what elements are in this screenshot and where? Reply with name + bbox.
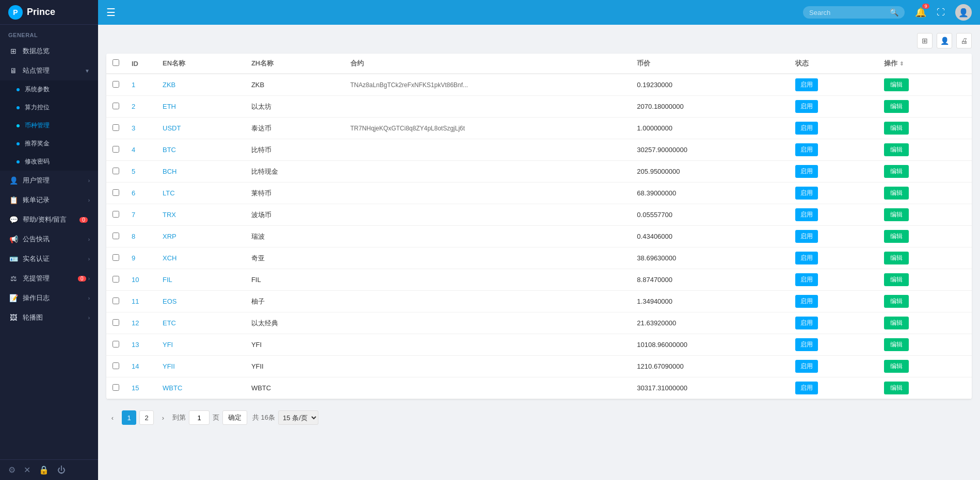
- row-checkbox[interactable]: [113, 233, 119, 239]
- status-button[interactable]: 启用: [795, 338, 818, 351]
- status-button[interactable]: 启用: [795, 122, 818, 135]
- help-badge: 0: [79, 217, 88, 223]
- sidebar-item-help-messages[interactable]: 💬 帮助/资料/留言 0: [0, 210, 98, 229]
- sidebar-item-change-password[interactable]: 修改密码: [0, 153, 98, 171]
- status-button[interactable]: 启用: [795, 252, 818, 264]
- tools-icon[interactable]: ✕: [24, 465, 30, 475]
- row-checkbox[interactable]: [113, 297, 119, 304]
- next-page-button[interactable]: ›: [157, 410, 169, 425]
- edit-button[interactable]: 编辑: [884, 295, 909, 308]
- status-button[interactable]: 启用: [795, 382, 818, 394]
- edit-button[interactable]: 编辑: [884, 187, 909, 200]
- table-row: 15 WBTC WBTC 30317.31000000 启用 编辑: [106, 377, 972, 399]
- row-status: 启用: [789, 96, 878, 118]
- sidebar: P Prince GENERAL ⊞ 数据总览 🖥 站点管理 ▼ 系统参数 算力…: [0, 0, 98, 480]
- sidebar-item-site-manage[interactable]: 🖥 站点管理 ▼: [0, 61, 98, 80]
- edit-button[interactable]: 编辑: [884, 165, 909, 178]
- sidebar-item-order-records[interactable]: 📋 账单记录 ›: [0, 190, 98, 210]
- status-button[interactable]: 启用: [795, 143, 818, 156]
- notification-button[interactable]: 🔔 9: [915, 7, 926, 18]
- sidebar-item-recharge[interactable]: ⚖ 充提管理 0 ›: [0, 269, 98, 288]
- row-checkbox[interactable]: [113, 319, 119, 326]
- user-view-button[interactable]: 👤: [937, 33, 952, 48]
- select-all-checkbox[interactable]: [113, 59, 119, 66]
- sidebar-item-dashboard[interactable]: ⊞ 数据总览: [0, 41, 98, 61]
- edit-button[interactable]: 编辑: [884, 382, 909, 394]
- topbar: ☰ 🔍 🔔 9 ⛶ 👤: [98, 0, 980, 25]
- table-row: 1 ZKB ZKB TNAz8aLnBgTCk2reFxNFKS1pkVt86B…: [106, 74, 972, 96]
- edit-button[interactable]: 编辑: [884, 100, 909, 113]
- chevron-right-icon: ›: [88, 276, 90, 282]
- row-checkbox[interactable]: [113, 189, 119, 196]
- fullscreen-button[interactable]: ⛶: [937, 8, 945, 17]
- row-checkbox[interactable]: [113, 384, 119, 391]
- edit-button[interactable]: 编辑: [884, 122, 909, 135]
- page-1-button[interactable]: 1: [122, 410, 136, 425]
- search-input[interactable]: [809, 9, 887, 16]
- row-en-name: EOS: [156, 291, 245, 312]
- status-button[interactable]: 启用: [795, 165, 818, 178]
- status-button[interactable]: 启用: [795, 187, 818, 200]
- row-zh-name: 柚子: [245, 291, 344, 312]
- row-checkbox[interactable]: [113, 168, 119, 174]
- sidebar-item-referral-bonus[interactable]: 推荐奖金: [0, 135, 98, 153]
- row-id: 8: [125, 226, 156, 247]
- row-checkbox[interactable]: [113, 146, 119, 153]
- table-row: 8 XRP 瑞波 0.43406000 启用 编辑: [106, 226, 972, 247]
- status-button[interactable]: 启用: [795, 295, 818, 308]
- lock-icon[interactable]: 🔒: [39, 465, 49, 475]
- edit-button[interactable]: 编辑: [884, 252, 909, 264]
- sidebar-item-mining-limit[interactable]: 算力控位: [0, 98, 98, 117]
- status-button[interactable]: 启用: [795, 100, 818, 113]
- print-button[interactable]: 🖨: [956, 33, 972, 48]
- row-checkbox[interactable]: [113, 276, 119, 283]
- sidebar-item-currency-manage[interactable]: 币种管理: [0, 117, 98, 135]
- edit-button[interactable]: 编辑: [884, 78, 909, 91]
- settings-icon[interactable]: ⚙: [8, 465, 15, 475]
- edit-button[interactable]: 编辑: [884, 230, 909, 243]
- status-button[interactable]: 启用: [795, 360, 818, 373]
- row-checkbox[interactable]: [113, 124, 119, 131]
- grid-view-button[interactable]: ⊞: [917, 33, 933, 48]
- row-contract: [344, 291, 631, 312]
- power-icon[interactable]: ⏻: [57, 466, 66, 475]
- user-avatar[interactable]: 👤: [955, 4, 972, 21]
- sidebar-item-user-manage[interactable]: 👤 用户管理 ›: [0, 171, 98, 190]
- sidebar-item-real-name[interactable]: 🪪 实名认证 ›: [0, 249, 98, 269]
- sidebar-item-carousel[interactable]: 🖼 轮播图 ›: [0, 308, 98, 327]
- row-zh-name: 波场币: [245, 204, 344, 226]
- edit-button[interactable]: 编辑: [884, 317, 909, 329]
- status-button[interactable]: 启用: [795, 78, 818, 91]
- edit-button[interactable]: 编辑: [884, 360, 909, 373]
- per-page-select[interactable]: 15 条/页 20 条/页 50 条/页: [278, 410, 318, 425]
- edit-button[interactable]: 编辑: [884, 273, 909, 286]
- page-2-button[interactable]: 2: [139, 410, 154, 425]
- sidebar-section-label: GENERAL: [0, 25, 98, 41]
- row-checkbox-cell: [106, 334, 125, 356]
- goto-page-input[interactable]: [189, 410, 210, 425]
- edit-button[interactable]: 编辑: [884, 143, 909, 156]
- status-button[interactable]: 启用: [795, 273, 818, 286]
- status-button[interactable]: 启用: [795, 317, 818, 329]
- sidebar-item-op-logs[interactable]: 📝 操作日志 ›: [0, 288, 98, 308]
- row-checkbox[interactable]: [113, 341, 119, 347]
- goto-confirm-button[interactable]: 确定: [222, 410, 247, 425]
- edit-button[interactable]: 编辑: [884, 208, 909, 221]
- row-status: 启用: [789, 74, 878, 96]
- prev-page-button[interactable]: ‹: [106, 410, 119, 425]
- menu-toggle-button[interactable]: ☰: [106, 6, 116, 19]
- status-button[interactable]: 启用: [795, 230, 818, 243]
- row-price: 0.43406000: [631, 226, 789, 247]
- row-checkbox[interactable]: [113, 362, 119, 369]
- row-checkbox[interactable]: [113, 254, 119, 261]
- sort-icon: ⇕: [899, 61, 904, 67]
- sidebar-item-sys-params[interactable]: 系统参数: [0, 80, 98, 98]
- edit-button[interactable]: 编辑: [884, 338, 909, 351]
- row-checkbox[interactable]: [113, 211, 119, 218]
- row-checkbox[interactable]: [113, 103, 119, 109]
- row-checkbox[interactable]: [113, 81, 119, 88]
- sidebar-item-announcements[interactable]: 📢 公告快讯 ›: [0, 229, 98, 249]
- row-zh-name: 比特现金: [245, 161, 344, 183]
- status-button[interactable]: 启用: [795, 208, 818, 221]
- row-price: 0.19230000: [631, 74, 789, 96]
